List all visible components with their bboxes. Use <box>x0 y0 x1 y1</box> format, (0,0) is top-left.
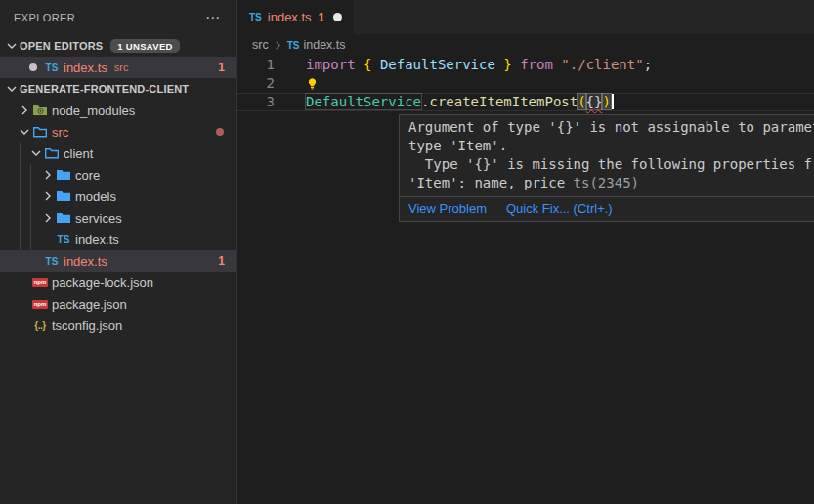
breadcrumb-file[interactable]: index.ts <box>303 38 345 52</box>
tree-item-label: index.ts <box>64 254 107 269</box>
vscode-window: EXPLORER ⋯ OPEN EDITORS 1 UNSAVED TS ind… <box>0 0 814 504</box>
error-squiggle: {} <box>586 94 603 109</box>
breadcrumb-src[interactable]: src <box>252 38 269 52</box>
error-hover-tooltip: Argument of type '{}' is not assignable … <box>399 114 814 222</box>
unsaved-badge: 1 UNSAVED <box>110 39 179 53</box>
modified-dot-icon <box>29 63 37 71</box>
tree-item-label: tsconfig.json <box>52 318 122 333</box>
explorer-sidebar: EXPLORER ⋯ OPEN EDITORS 1 UNSAVED TS ind… <box>0 0 237 504</box>
tree-item-core[interactable]: core <box>0 164 236 186</box>
file-tree: node_modules src client <box>0 100 236 336</box>
sidebar-header: EXPLORER ⋯ <box>0 0 236 35</box>
chevron-down-icon <box>18 127 31 137</box>
chevron-right-icon <box>274 41 282 50</box>
open-editor-item-index-ts[interactable]: TS index.ts src 1 <box>0 57 236 78</box>
tree-item-label: client <box>64 147 93 161</box>
error-count-badge: 1 <box>218 254 225 268</box>
typescript-icon: TS <box>46 63 59 73</box>
error-count-badge: 1 <box>218 61 225 74</box>
breadcrumb: src TS index.ts <box>237 34 814 56</box>
code-line-3: 3 DefaultService.createItemItemPost({}) <box>237 93 814 111</box>
tree-item-services[interactable]: services <box>0 207 236 229</box>
folder-icon <box>55 189 72 204</box>
tree-item-label: package.json <box>52 297 127 312</box>
lightbulb-icon[interactable] <box>275 74 319 93</box>
tree-item-label: services <box>75 211 122 226</box>
tab-index-ts[interactable]: TS index.ts 1 <box>237 0 354 34</box>
open-editor-label: index.ts <box>64 61 107 75</box>
tab-bar: TS index.ts 1 <box>237 0 814 34</box>
tree-item-package-lock-json[interactable]: npm package-lock.json <box>0 272 236 293</box>
npm-icon: npm <box>32 278 49 287</box>
tree-item-label: models <box>75 189 116 204</box>
tooltip-actions: View Problem Quick Fix... (Ctrl+.) <box>400 196 814 221</box>
view-problem-link[interactable]: View Problem <box>408 201 487 216</box>
tree-item-node-modules[interactable]: node_modules <box>0 100 236 121</box>
json-icon: {..} <box>34 320 45 331</box>
more-actions-icon[interactable]: ⋯ <box>205 13 223 22</box>
quick-fix-link[interactable]: Quick Fix... (Ctrl+.) <box>506 201 613 216</box>
tree-item-package-json[interactable]: npm package.json <box>0 293 236 315</box>
typescript-icon: TS <box>287 40 300 51</box>
typescript-icon: TS <box>46 256 59 267</box>
folder-icon <box>55 210 72 226</box>
npm-icon: npm <box>32 300 49 309</box>
folder-open-icon <box>31 124 49 140</box>
error-code: ts(2345) <box>574 175 639 190</box>
error-message: Argument of type '{}' is not assignable … <box>400 115 814 196</box>
typescript-icon: TS <box>249 12 262 22</box>
tree-item-tsconfig-json[interactable]: {..} tsconfig.json <box>0 315 236 336</box>
chevron-down-icon <box>4 41 20 51</box>
tab-error-count: 1 <box>319 11 325 24</box>
unsaved-dot-icon[interactable] <box>333 13 342 21</box>
tree-item-label: package-lock.json <box>52 275 153 290</box>
chevron-right-icon <box>41 213 55 223</box>
tree-item-label: src <box>52 125 68 140</box>
code-line-1: 1 import { DefaultService } from "./clie… <box>237 56 814 74</box>
chevron-right-icon <box>41 191 55 201</box>
sidebar-title: EXPLORER <box>14 12 75 23</box>
line-number: 3 <box>237 94 275 110</box>
tree-item-client-index-ts[interactable]: TS index.ts <box>0 229 236 250</box>
tree-item-src[interactable]: src <box>0 121 236 143</box>
tree-item-label: index.ts <box>75 232 119 247</box>
text-cursor <box>612 94 614 109</box>
line-number: 2 <box>237 74 275 93</box>
code-line-2: 2 <box>237 74 814 93</box>
tree-item-client[interactable]: client <box>0 143 236 164</box>
project-section-header[interactable]: GENERATE-FRONTEND-CLIENT <box>0 78 236 100</box>
folder-open-icon <box>43 146 61 161</box>
chevron-right-icon <box>41 170 55 180</box>
code-editor[interactable]: 1 import { DefaultService } from "./clie… <box>237 56 814 111</box>
tree-item-models[interactable]: models <box>0 186 236 207</box>
tab-title: index.ts <box>268 10 312 24</box>
chevron-down-icon <box>29 148 43 158</box>
typescript-icon: TS <box>58 234 70 245</box>
folder-node-modules-icon <box>31 103 49 118</box>
tree-item-label: core <box>75 168 100 183</box>
open-editors-label: OPEN EDITORS <box>20 40 103 52</box>
tree-item-label: node_modules <box>52 104 135 118</box>
folder-icon <box>55 167 72 183</box>
project-name-label: GENERATE-FRONTEND-CLIENT <box>20 83 189 95</box>
open-editor-description: src <box>114 62 129 73</box>
editor-group: TS index.ts 1 src TS index.ts 1 import {… <box>237 0 814 504</box>
line-number: 1 <box>237 56 275 74</box>
error-dot-icon <box>216 128 224 136</box>
chevron-right-icon <box>18 105 31 115</box>
open-editors-section-header[interactable]: OPEN EDITORS 1 UNSAVED <box>0 35 236 57</box>
chevron-down-icon <box>4 84 20 94</box>
tree-item-src-index-ts[interactable]: TS index.ts 1 <box>0 250 236 272</box>
